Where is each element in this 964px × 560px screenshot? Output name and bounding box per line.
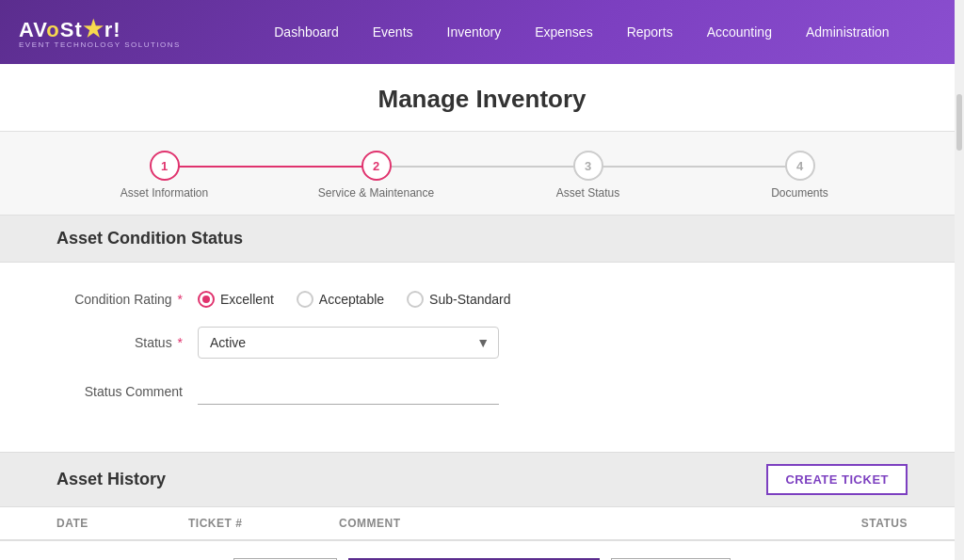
col-status-header: STATUS: [776, 517, 908, 530]
condition-rating-label: Condition Rating *: [56, 292, 198, 307]
logo-sub: Event Technology Solutions: [19, 40, 181, 49]
nav-reports[interactable]: Reports: [614, 19, 686, 45]
condition-required: *: [174, 292, 183, 307]
table-header: DATE TICKET # COMMENT STATUS: [0, 507, 964, 540]
status-comment-input[interactable]: [198, 377, 499, 405]
step-4-circle: 4: [785, 151, 815, 181]
step-1-circle: 1: [150, 151, 180, 181]
step-1[interactable]: 1 Asset Information: [58, 151, 270, 200]
asset-condition-title: Asset Condition Status: [56, 229, 243, 248]
radio-substandard-circle: [407, 291, 424, 308]
condition-rating-row: Condition Rating * Excellent Acceptable …: [56, 291, 908, 308]
logo-area: AVoSt★r! Event Technology Solutions: [19, 16, 181, 49]
footer-area: BACK UPDATE & GO TO NEXT STEP CANCEL: [0, 540, 964, 560]
col-ticket-header: TICKET #: [188, 517, 339, 530]
main-nav: Dashboard Events Inventory Expenses Repo…: [218, 19, 945, 45]
step-1-number: 1: [161, 159, 168, 173]
step-3-label: Asset Status: [556, 186, 619, 200]
asset-condition-section-header: Asset Condition Status: [0, 216, 964, 263]
radio-acceptable[interactable]: Acceptable: [297, 291, 384, 308]
nav-expenses[interactable]: Expenses: [522, 19, 605, 45]
status-row: Status * Active Inactive Retired ▼: [56, 327, 908, 359]
radio-substandard-label: Sub-Standard: [429, 292, 510, 307]
step-1-label: Asset Information: [120, 186, 208, 200]
nav-dashboard[interactable]: Dashboard: [261, 19, 352, 45]
header: AVoSt★r! Event Technology Solutions Dash…: [0, 0, 964, 64]
step-2-circle: 2: [362, 151, 392, 181]
step-2-number: 2: [373, 159, 379, 173]
page-title: Manage Inventory: [0, 85, 964, 114]
step-2-label: Service & Maintenance: [318, 186, 434, 200]
stepper-area: 1 Asset Information 2 Service & Maintena…: [0, 132, 964, 216]
nav-events[interactable]: Events: [360, 19, 426, 45]
step-4[interactable]: 4 Documents: [694, 151, 906, 200]
nav-administration[interactable]: Administration: [793, 19, 903, 45]
status-label: Status *: [56, 335, 198, 350]
step-4-number: 4: [796, 159, 803, 173]
radio-excellent-circle: [198, 291, 215, 308]
radio-acceptable-circle: [297, 291, 313, 308]
condition-radio-group: Excellent Acceptable Sub-Standard: [198, 291, 511, 308]
col-date-header: DATE: [56, 517, 188, 530]
step-3-number: 3: [585, 159, 591, 173]
status-select[interactable]: Active Inactive Retired: [198, 327, 499, 359]
step-3-circle: 3: [573, 151, 603, 181]
scrollbar[interactable]: [955, 0, 964, 560]
form-area: Condition Rating * Excellent Acceptable …: [0, 263, 964, 452]
scrollbar-thumb: [956, 94, 962, 151]
logo-text: AVoSt★r!: [19, 18, 121, 41]
nav-accounting[interactable]: Accounting: [694, 19, 785, 45]
radio-acceptable-label: Acceptable: [319, 292, 384, 307]
status-select-wrapper: Active Inactive Retired ▼: [198, 327, 499, 359]
col-comment-header: COMMENT: [339, 517, 776, 530]
radio-excellent-dot: [202, 296, 210, 303]
step-1-line: [165, 166, 377, 168]
status-required: *: [174, 335, 183, 350]
step-3[interactable]: 3 Asset Status: [482, 151, 694, 200]
status-comment-label: Status Comment: [56, 384, 198, 399]
step-2-line: [377, 166, 588, 168]
create-ticket-button[interactable]: CREATE TICKET: [766, 464, 908, 495]
stepper: 1 Asset Information 2 Service & Maintena…: [58, 151, 906, 200]
radio-excellent-label: Excellent: [220, 292, 274, 307]
asset-history-title: Asset History: [56, 470, 166, 489]
step-3-line: [588, 166, 800, 168]
radio-substandard[interactable]: Sub-Standard: [407, 291, 510, 308]
radio-excellent[interactable]: Excellent: [198, 291, 274, 308]
asset-history-header: Asset History CREATE TICKET: [0, 452, 964, 507]
nav-inventory[interactable]: Inventory: [434, 19, 515, 45]
status-comment-row: Status Comment: [56, 377, 908, 405]
step-2[interactable]: 2 Service & Maintenance: [270, 151, 482, 200]
step-4-label: Documents: [771, 186, 828, 200]
page-title-area: Manage Inventory: [0, 64, 964, 132]
